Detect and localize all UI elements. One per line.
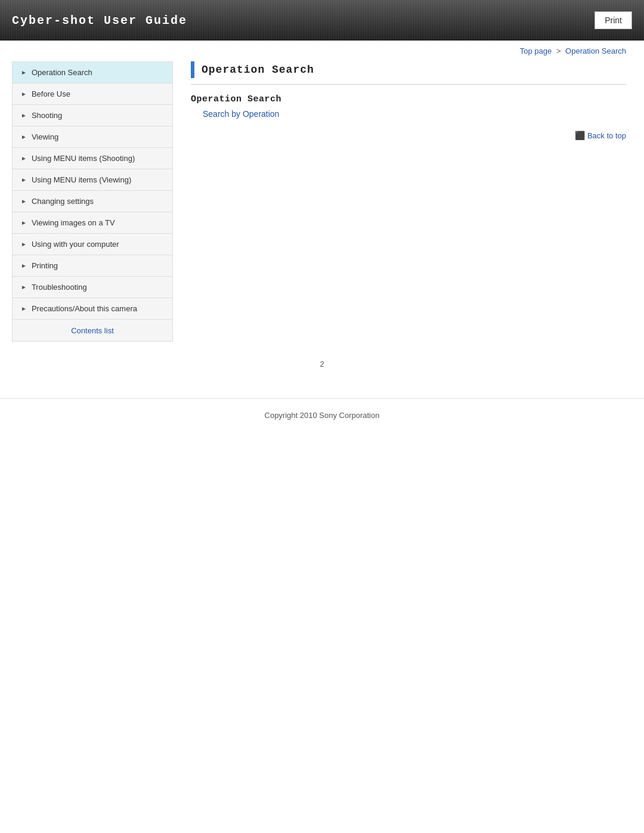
back-to-top-link[interactable]: ⬛ Back to top bbox=[575, 131, 626, 140]
sidebar-label-0: Operation Search bbox=[32, 68, 92, 77]
breadcrumb: Top page > Operation Search bbox=[0, 41, 644, 61]
page-number: 2 bbox=[0, 354, 644, 374]
sidebar-item-8[interactable]: ►Using with your computer bbox=[13, 234, 172, 255]
sidebar: ►Operation Search►Before Use►Shooting►Vi… bbox=[12, 61, 173, 342]
main-layout: ►Operation Search►Before Use►Shooting►Vi… bbox=[0, 61, 644, 354]
sidebar-item-2[interactable]: ►Shooting bbox=[13, 105, 172, 126]
arrow-icon-4: ► bbox=[21, 155, 27, 162]
sidebar-label-8: Using with your computer bbox=[32, 240, 119, 249]
title-accent-bar bbox=[191, 61, 194, 78]
sidebar-item-5[interactable]: ►Using MENU items (Viewing) bbox=[13, 169, 172, 191]
content-title-bar: Operation Search bbox=[191, 61, 626, 85]
arrow-icon-5: ► bbox=[21, 176, 27, 183]
sidebar-item-7[interactable]: ►Viewing images on a TV bbox=[13, 212, 172, 234]
print-button[interactable]: Print bbox=[595, 11, 632, 29]
page-header: Cyber-shot User Guide Print bbox=[0, 0, 644, 41]
sidebar-label-6: Changing settings bbox=[32, 197, 94, 206]
arrow-icon-9: ► bbox=[21, 262, 27, 269]
arrow-icon-8: ► bbox=[21, 241, 27, 247]
back-to-top-area: ⬛ Back to top bbox=[191, 131, 626, 140]
arrow-icon-7: ► bbox=[21, 219, 27, 226]
page-title: Operation Search bbox=[202, 64, 314, 76]
content-area: Operation Search Operation Search Search… bbox=[185, 61, 632, 140]
contents-list-link[interactable]: Contents list bbox=[71, 326, 114, 335]
back-to-top-label: Back to top bbox=[587, 131, 626, 140]
sidebar-label-9: Printing bbox=[32, 261, 58, 270]
arrow-icon-2: ► bbox=[21, 112, 27, 119]
back-to-top-icon: ⬛ bbox=[575, 131, 585, 140]
sidebar-item-9[interactable]: ►Printing bbox=[13, 255, 172, 277]
breadcrumb-top-link[interactable]: Top page bbox=[520, 47, 552, 55]
sidebar-label-5: Using MENU items (Viewing) bbox=[32, 175, 131, 184]
arrow-icon-3: ► bbox=[21, 134, 27, 140]
sidebar-label-1: Before Use bbox=[32, 89, 70, 98]
sidebar-label-10: Troubleshooting bbox=[32, 283, 87, 292]
sidebar-label-7: Viewing images on a TV bbox=[32, 218, 115, 227]
section-title: Operation Search bbox=[191, 94, 626, 104]
copyright-text: Copyright 2010 Sony Corporation bbox=[265, 411, 380, 420]
sidebar-item-1[interactable]: ►Before Use bbox=[13, 83, 172, 105]
sidebar-item-0[interactable]: ►Operation Search bbox=[13, 62, 172, 83]
sidebar-label-4: Using MENU items (Shooting) bbox=[32, 154, 135, 163]
sidebar-item-6[interactable]: ►Changing settings bbox=[13, 191, 172, 212]
page-footer: Copyright 2010 Sony Corporation bbox=[0, 398, 644, 432]
sidebar-item-11[interactable]: ►Precautions/About this camera bbox=[13, 298, 172, 320]
sidebar-item-10[interactable]: ►Troubleshooting bbox=[13, 277, 172, 298]
sidebar-item-4[interactable]: ►Using MENU items (Shooting) bbox=[13, 148, 172, 169]
breadcrumb-separator: > bbox=[556, 47, 561, 55]
search-by-operation-link[interactable]: Search by Operation bbox=[191, 109, 626, 119]
arrow-icon-0: ► bbox=[21, 69, 27, 76]
arrow-icon-6: ► bbox=[21, 198, 27, 205]
sidebar-item-3[interactable]: ►Viewing bbox=[13, 126, 172, 148]
arrow-icon-11: ► bbox=[21, 305, 27, 312]
sidebar-label-11: Precautions/About this camera bbox=[32, 304, 137, 313]
breadcrumb-current-link[interactable]: Operation Search bbox=[565, 47, 626, 55]
sidebar-label-3: Viewing bbox=[32, 132, 58, 141]
sidebar-footer: Contents list bbox=[13, 320, 172, 341]
app-title: Cyber-shot User Guide bbox=[12, 14, 187, 27]
arrow-icon-1: ► bbox=[21, 91, 27, 97]
arrow-icon-10: ► bbox=[21, 284, 27, 290]
sidebar-label-2: Shooting bbox=[32, 111, 62, 120]
